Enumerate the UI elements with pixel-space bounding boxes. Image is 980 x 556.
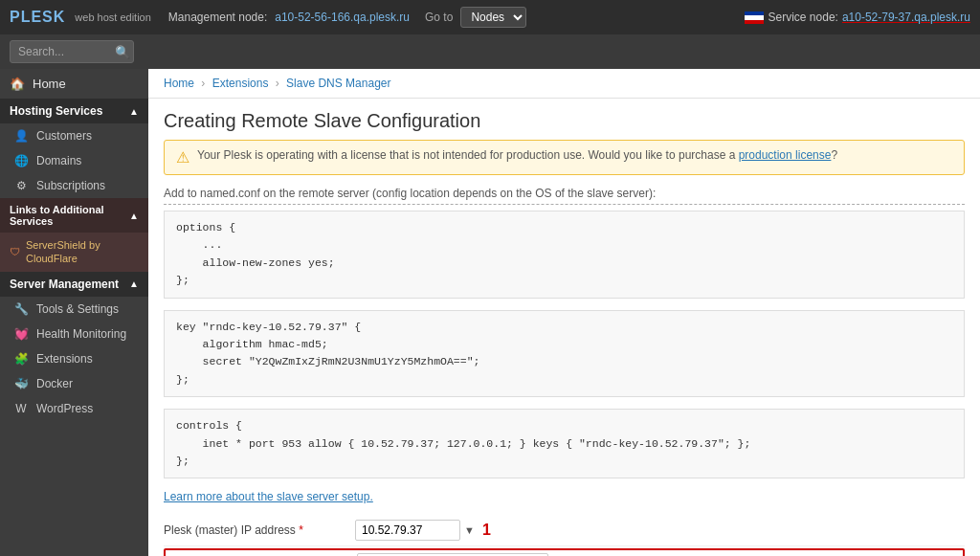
sidebar-item-customers[interactable]: 👤 Customers <box>0 123 148 148</box>
health-icon: 💓 <box>13 327 29 341</box>
service-node-link[interactable]: a10-52-79-37.qa.plesk.ru <box>842 11 970 24</box>
subscriptions-icon: ⚙ <box>13 179 29 192</box>
wordpress-icon: W <box>13 402 29 415</box>
annotation-1: 1 <box>482 522 491 539</box>
master-ip-dropdown-icon[interactable]: ▼ <box>464 524 475 536</box>
sidebar-item-domains[interactable]: 🌐 Domains <box>0 148 148 173</box>
sidebar-item-extensions[interactable]: 🧩 Extensions <box>0 346 148 371</box>
sidebar-item-wordpress[interactable]: W WordPress <box>0 396 148 421</box>
learn-more: Learn more about the slave server setup. <box>164 490 965 503</box>
form-area: Plesk (master) IP address * ▼ 1 Slave DN… <box>164 515 965 556</box>
warning-icon: ⚠ <box>176 148 189 167</box>
home-icon: 🏠 <box>10 77 25 91</box>
code-block-1: options { ... allow-new-zones yes; }; <box>164 211 965 299</box>
page-title: Creating Remote Slave Configuration <box>148 99 980 140</box>
topbar-left: plesk web host edition Management node: … <box>10 7 526 28</box>
server-mgmt-chevron-icon: ▲ <box>129 278 139 289</box>
master-ip-control: ▼ <box>355 520 475 541</box>
server-mgmt-header[interactable]: Server Management ▲ <box>0 272 148 297</box>
service-label: Service node: <box>768 11 838 24</box>
content-area: Home › Extensions › Slave DNS Manager Cr… <box>148 69 980 556</box>
code-block-3: controls { inet * port 953 allow { 10.52… <box>164 409 965 478</box>
plesk-logo: plesk web host edition <box>10 9 151 26</box>
breadcrumb-sep1: › <box>201 77 205 90</box>
learn-more-link[interactable]: Learn more about the slave server setup. <box>164 490 373 503</box>
breadcrumb-slave-dns[interactable]: Slave DNS Manager <box>286 77 390 90</box>
mgmt-node-link[interactable]: a10-52-56-166.qa.plesk.ru <box>275 11 410 24</box>
docker-icon: 🐳 <box>13 377 29 390</box>
extensions-icon: 🧩 <box>13 352 29 366</box>
customers-icon: 👤 <box>13 129 29 143</box>
links-chevron-icon: ▲ <box>129 211 139 221</box>
home-label: Home <box>33 77 66 91</box>
sidebar-home[interactable]: 🏠 Home <box>0 69 148 99</box>
links-header[interactable]: Links to Additional Services ▲ <box>0 198 148 233</box>
sidebar-item-tools[interactable]: 🔧 Tools & Settings <box>0 297 148 322</box>
master-ip-input[interactable] <box>355 520 460 541</box>
search-icon[interactable]: 🔍 <box>115 45 130 59</box>
breadcrumb-sep2: › <box>276 77 279 90</box>
sidebar-item-health[interactable]: 💓 Health Monitoring <box>0 322 148 346</box>
hosting-chevron-icon: ▲ <box>129 106 139 117</box>
production-license-link[interactable]: production license <box>739 148 832 162</box>
breadcrumb: Home › Extensions › Slave DNS Manager <box>148 69 980 99</box>
main-layout: 🏠 Home Hosting Services ▲ 👤 Customers 🌐 … <box>0 69 980 556</box>
sidebar-item-subscriptions[interactable]: ⚙ Subscriptions <box>0 173 148 198</box>
warning-end: ? <box>831 148 837 162</box>
topbar-right: Service node: a10-52-79-37.qa.plesk.ru <box>745 11 970 24</box>
flag-icon <box>745 11 764 24</box>
sidebar: 🏠 Home Hosting Services ▲ 👤 Customers 🌐 … <box>0 69 148 556</box>
master-ip-row: Plesk (master) IP address * ▼ 1 <box>164 515 965 546</box>
searchbar: 🔍 <box>0 34 980 69</box>
mgmt-label: Management node: <box>168 11 267 24</box>
tools-icon: 🔧 <box>13 302 29 316</box>
sidebar-item-docker[interactable]: 🐳 Docker <box>0 371 148 396</box>
breadcrumb-extensions[interactable]: Extensions <box>212 77 269 90</box>
master-ip-label: Plesk (master) IP address * <box>164 523 355 537</box>
nodes-select[interactable]: Nodes <box>460 7 526 28</box>
warning-text: Your Plesk is operating with a license t… <box>197 148 739 162</box>
breadcrumb-home[interactable]: Home <box>164 77 194 90</box>
slave-dns-row: Slave DNS IP address * <box>164 548 965 556</box>
topbar: plesk web host edition Management node: … <box>0 0 980 34</box>
warning-banner: ⚠ Your Plesk is operating with a license… <box>164 140 965 175</box>
domains-icon: 🌐 <box>13 154 29 167</box>
config-label: Add to named.conf on the remote server (… <box>164 187 965 205</box>
hosting-services-header[interactable]: Hosting Services ▲ <box>0 99 148 123</box>
code-block-2: key "rndc-key-10.52.79.37" { algorithm h… <box>164 310 965 398</box>
servershield-icon: 🛡 <box>10 246 20 257</box>
goto-label: Go to <box>425 11 453 24</box>
sidebar-item-servershield[interactable]: 🛡 ServerShield by CloudFlare <box>0 233 148 272</box>
